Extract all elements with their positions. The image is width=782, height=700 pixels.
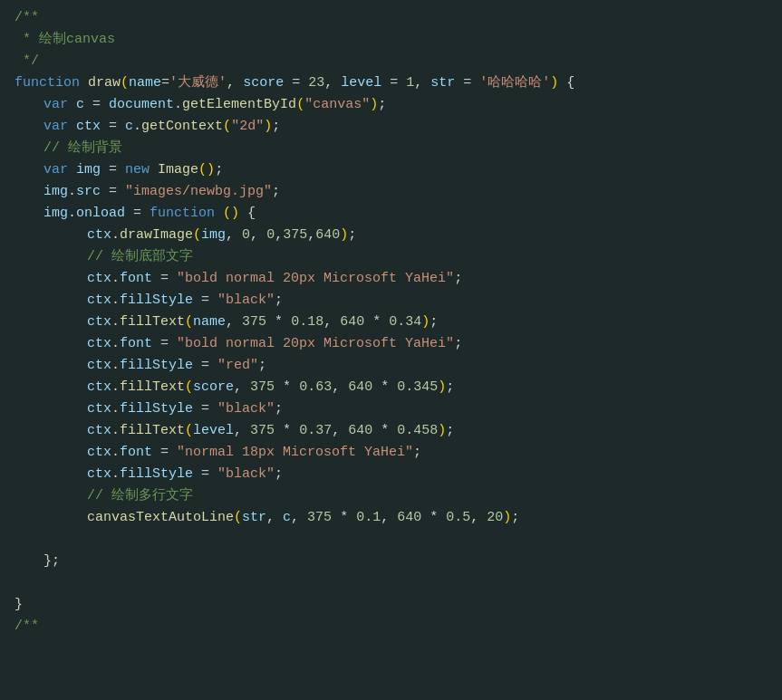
code-token: . (111, 464, 120, 485)
code-token: font (120, 268, 152, 290)
code-token: getElementById (182, 94, 296, 116)
code-token: = (125, 203, 150, 225)
code-token: = (455, 72, 479, 94)
code-token: = (101, 159, 125, 181)
code-token: ( (185, 377, 193, 398)
code-token: , (234, 420, 250, 442)
code-token: = (152, 268, 177, 290)
code-token: * 绘制canvas (14, 29, 115, 51)
code-token: img (43, 203, 68, 225)
code-token: ctx (87, 355, 111, 377)
code-token: 0 (266, 225, 275, 246)
code-token: fillStyle (120, 355, 193, 377)
code-token: str (242, 507, 266, 529)
code-token: , (332, 377, 348, 398)
code-token: = (193, 398, 217, 420)
code-token: = (193, 290, 217, 312)
code-token: { (558, 72, 574, 94)
code-token: ( (193, 225, 201, 246)
code-token: c (283, 507, 291, 529)
code-token: ctx (87, 398, 111, 420)
code-token: * (332, 507, 356, 529)
code-token: fillStyle (120, 464, 193, 485)
code-token: level (193, 420, 234, 442)
code-token: ( (185, 312, 193, 333)
line-11: ctx . drawImage ( img , 0 , 0 , 375 , 64… (0, 225, 782, 246)
code-token: 0.5 (446, 507, 470, 529)
code-token: 375 (250, 377, 275, 398)
line-2: * 绘制canvas (0, 29, 782, 51)
line-27 (0, 572, 782, 594)
code-token: level (341, 72, 381, 94)
code-token: function (150, 203, 215, 225)
code-token: fillStyle (120, 398, 193, 420)
code-token: = (193, 464, 217, 485)
code-token: 0.18 (291, 312, 323, 333)
code-token: = (84, 94, 109, 116)
code-token: * (372, 377, 397, 398)
code-token: 375 (250, 420, 275, 442)
line-7: // 绘制背景 (0, 138, 782, 159)
code-token: } (14, 594, 23, 616)
code-token: "red" (217, 355, 258, 377)
code-token: ( (185, 420, 193, 442)
code-token: fillStyle (120, 290, 193, 312)
code-token: 20 (487, 507, 503, 529)
code-token: 640 (348, 377, 372, 398)
code-token: = (152, 333, 177, 355)
code-token: // 绘制多行文字 (87, 485, 193, 507)
code-token: font (120, 333, 152, 355)
code-token: = (161, 72, 169, 94)
code-token: drawImage (120, 225, 193, 246)
code-token: = (152, 442, 177, 464)
code-token: * (266, 312, 291, 333)
code-token: . (111, 333, 120, 355)
code-token: () (223, 203, 239, 225)
code-token: = (101, 181, 125, 203)
code-token: img (201, 225, 226, 246)
code-token: ) (438, 377, 446, 398)
code-token: var (43, 159, 68, 181)
code-token: , (226, 225, 242, 246)
code-token: , (275, 225, 283, 246)
code-token: ; (275, 290, 283, 312)
code-token: ; (215, 159, 223, 181)
code-token: ; (454, 268, 462, 290)
code-token: ; (430, 312, 438, 333)
line-3: */ (0, 51, 782, 72)
code-token: , (226, 312, 242, 333)
code-token: * (372, 420, 397, 442)
line-23: // 绘制多行文字 (0, 485, 782, 507)
line-5: var c = document . getElementById ( "can… (0, 94, 782, 116)
code-token: ) (340, 225, 348, 246)
code-token: /** (14, 616, 39, 638)
code-token: , (291, 507, 307, 529)
code-token: onload (76, 203, 125, 225)
line-25 (0, 529, 782, 551)
code-token: fillText (120, 420, 185, 442)
code-token: ; (275, 464, 283, 485)
code-token: . (111, 225, 120, 246)
code-token: 1 (406, 72, 414, 94)
code-token: }; (43, 551, 60, 572)
code-token: ctx (87, 268, 111, 290)
code-token: , (332, 420, 348, 442)
code-token: 0.34 (389, 312, 421, 333)
code-token: 375 (283, 225, 307, 246)
code-token: 0.37 (299, 420, 332, 442)
code-token: fillText (120, 312, 185, 333)
code-token: . (174, 94, 182, 116)
code-token: . (111, 312, 120, 333)
code-token: , (307, 225, 315, 246)
code-token: . (68, 203, 76, 225)
line-10: img . onload = function () { (0, 203, 782, 225)
code-token: . (133, 116, 141, 138)
code-token: ; (413, 442, 421, 464)
code-token: "black" (217, 290, 275, 312)
code-token: ) (370, 94, 378, 116)
code-token: 640 (340, 312, 364, 333)
code-token: . (111, 442, 120, 464)
code-token: img (43, 181, 68, 203)
line-26: }; (0, 551, 782, 572)
code-token: '大威德' (169, 72, 227, 94)
